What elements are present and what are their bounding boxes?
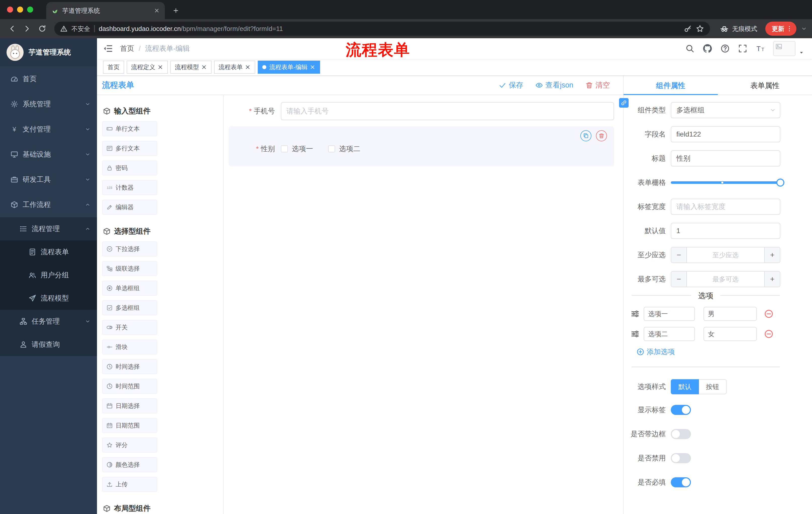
github-icon[interactable] (703, 44, 712, 53)
tag-process-form[interactable]: 流程表单 (214, 61, 255, 74)
remove-option-button[interactable] (764, 329, 773, 339)
component-switch[interactable]: 开关 (102, 320, 157, 335)
component-checkbox-group[interactable]: 多选框组 (102, 300, 157, 315)
sidebar-item-user-group[interactable]: 用户分组 (0, 264, 97, 287)
drag-icon[interactable] (631, 329, 640, 339)
checkbox-option-2[interactable]: 选项二 (328, 144, 360, 154)
avatar-caret-icon[interactable] (799, 50, 804, 55)
component-date-range[interactable]: 日期范围 (102, 418, 157, 433)
address-bar[interactable]: 不安全 dashboard.yudao.iocoder.cn/bpm/manag… (54, 22, 710, 36)
component-editor[interactable]: 编辑器 (102, 200, 157, 215)
component-text-input[interactable]: 单行文本 (102, 121, 157, 136)
browser-menu-icon[interactable] (786, 25, 793, 32)
back-button[interactable] (5, 22, 19, 36)
component-select[interactable]: 下拉选择 (102, 241, 157, 256)
component-type-select[interactable]: 多选框组 (671, 102, 780, 118)
tab-close-icon[interactable] (154, 7, 160, 13)
component-radio-group[interactable]: 单选框组 (102, 281, 157, 296)
forward-button[interactable] (20, 22, 34, 36)
max-select-input[interactable] (687, 272, 764, 287)
sidebar-item-workflow[interactable]: 工作流程 (0, 192, 97, 217)
form-grid-slider[interactable] (671, 174, 780, 191)
tab-form-props[interactable]: 表单属性 (718, 76, 812, 94)
component-cascader[interactable]: 级联选择 (102, 261, 157, 276)
breadcrumb-home[interactable]: 首页 (120, 44, 134, 53)
style-default-button[interactable]: 默认 (671, 379, 699, 394)
component-slider[interactable]: 滑块 (102, 340, 157, 355)
search-icon[interactable] (685, 44, 694, 53)
toolbar-chevron-icon[interactable] (801, 26, 807, 32)
window-maximize-button[interactable] (27, 6, 33, 12)
save-button[interactable]: 保存 (499, 80, 523, 90)
checkbox-box[interactable] (281, 145, 288, 153)
sidebar-collapse-button[interactable] (103, 44, 113, 54)
component-color-picker[interactable]: 颜色选择 (102, 457, 157, 472)
close-icon[interactable] (157, 64, 163, 70)
tag-home[interactable]: 首页 (103, 61, 124, 74)
app-logo[interactable]: 芋道管理系统 (0, 38, 97, 66)
password-key-icon[interactable] (684, 25, 692, 33)
close-icon[interactable] (310, 64, 316, 70)
sidebar-item-home[interactable]: 首页 (0, 66, 97, 91)
sidebar-item-leave-query[interactable]: 请假查询 (0, 333, 97, 356)
tag-process-model[interactable]: 流程模型 (170, 61, 211, 74)
window-close-button[interactable] (7, 6, 13, 12)
browser-tab[interactable]: 芋道管理系统 (46, 2, 165, 19)
title-input[interactable] (671, 151, 780, 166)
field-phone[interactable]: 手机号 (229, 102, 614, 120)
checkbox-option-1[interactable]: 选项一 (281, 144, 313, 154)
copy-widget-button[interactable] (580, 130, 591, 141)
remove-option-button[interactable] (764, 309, 773, 318)
increase-button[interactable]: + (764, 272, 780, 287)
component-date-picker[interactable]: 日期选择 (102, 398, 157, 413)
switch-bordered[interactable] (671, 429, 691, 439)
component-time-range[interactable]: 时间范围 (102, 379, 157, 394)
sidebar-item-system[interactable]: 系统管理 (0, 91, 97, 117)
fullscreen-icon[interactable] (738, 44, 747, 53)
slider-track[interactable] (671, 181, 780, 184)
sidebar-item-devtools[interactable]: 研发工具 (0, 167, 97, 192)
user-avatar[interactable] (773, 41, 795, 56)
link-anchor-button[interactable] (619, 98, 629, 108)
bookmark-star-icon[interactable] (696, 25, 704, 33)
option-label-input[interactable] (644, 307, 695, 321)
field-name-input[interactable] (671, 126, 780, 142)
component-password[interactable]: 密码 (102, 160, 157, 175)
view-json-button[interactable]: 查看json (535, 80, 573, 90)
option-label-input[interactable] (644, 327, 695, 341)
switch-show-label[interactable] (671, 405, 691, 415)
checkbox-box[interactable] (328, 145, 335, 153)
sidebar-item-payment[interactable]: ¥支付管理 (0, 117, 97, 142)
close-icon[interactable] (201, 64, 207, 70)
font-size-icon[interactable]: TT (756, 44, 765, 53)
help-icon[interactable] (721, 44, 730, 53)
sidebar-item-process-form[interactable]: 流程表单 (0, 240, 97, 264)
decrease-button[interactable]: − (671, 272, 687, 287)
style-button-button[interactable]: 按钮 (699, 379, 727, 394)
field-gender-selected[interactable]: 性别 选项一 选项二 (229, 126, 614, 166)
component-upload[interactable]: 上传 (102, 477, 157, 492)
tag-process-definition[interactable]: 流程定义 (127, 61, 168, 74)
component-time-picker[interactable]: 时间选择 (102, 359, 157, 374)
default-value-input[interactable] (671, 223, 780, 239)
component-counter[interactable]: 123计数器 (102, 180, 157, 195)
increase-button[interactable]: + (764, 247, 780, 263)
switch-disabled[interactable] (671, 453, 691, 463)
reload-button[interactable] (35, 22, 49, 36)
slider-handle[interactable] (776, 179, 784, 187)
component-textarea[interactable]: 多行文本 (102, 141, 157, 156)
clear-button[interactable]: 清空 (585, 80, 610, 90)
sidebar-item-task-management[interactable]: 任务管理 (0, 310, 97, 333)
sidebar-item-infrastructure[interactable]: 基础设施 (0, 142, 97, 167)
component-rate[interactable]: 评分 (102, 437, 157, 453)
window-minimize-button[interactable] (17, 6, 23, 12)
option-value-input[interactable] (703, 327, 757, 341)
sidebar-item-process-model[interactable]: 流程模型 (0, 287, 97, 310)
decrease-button[interactable]: − (671, 247, 687, 263)
sidebar-item-process-management[interactable]: 流程管理 (0, 217, 97, 240)
update-button[interactable]: 更新 (765, 22, 796, 36)
option-value-input[interactable] (703, 307, 757, 321)
form-canvas[interactable]: 手机号 性别 (224, 95, 623, 514)
drag-icon[interactable] (631, 309, 640, 318)
close-icon[interactable] (245, 64, 251, 70)
